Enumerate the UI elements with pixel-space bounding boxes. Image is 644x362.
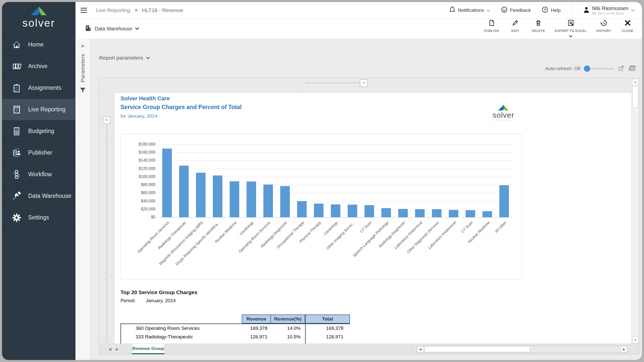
report-period-line: for January, 2024 xyxy=(120,113,631,120)
solver-logo-icon xyxy=(30,6,47,17)
x-axis-label: Other Diagnostic Services xyxy=(406,220,440,254)
popout-icon[interactable] xyxy=(618,65,625,72)
chart-gridline xyxy=(158,185,513,185)
sidebar-item-label: Budgeting xyxy=(28,128,54,134)
period-label: Period: xyxy=(120,298,136,304)
toolbar-button-label: EDIT xyxy=(511,29,519,33)
help-icon: ? xyxy=(542,7,548,14)
report-parameters-toggle[interactable]: Report parameters xyxy=(99,55,639,61)
expand-panel-icon[interactable]: » xyxy=(81,42,84,49)
scroll-down-button[interactable]: ▼ xyxy=(632,337,638,343)
settings-icon xyxy=(12,213,22,223)
auto-refresh-knob[interactable] xyxy=(584,66,590,72)
user-chevron-down-icon xyxy=(631,8,635,13)
workflow-icon xyxy=(12,169,22,179)
sidebar-item-settings[interactable]: Settings xyxy=(2,207,75,229)
sidebar-item-publisher[interactable]: Publisher xyxy=(2,142,75,164)
close-icon xyxy=(624,19,631,27)
bar-drugs-requiring-specific-identifica xyxy=(213,175,222,217)
sidebar-nav: HomeArchiveAssignmentsLive ReportingBudg… xyxy=(2,34,75,229)
app-window: solver HomeArchiveAssignmentsLive Report… xyxy=(2,2,642,360)
collapse-columns-button[interactable]: − xyxy=(360,79,368,87)
solver-logo: solver xyxy=(2,2,75,34)
vertical-scrollbar[interactable]: ▲ ▼ xyxy=(631,78,639,344)
table-row: 610 Magnetic Resonance Imaging (MRI)110,… xyxy=(120,341,350,344)
y-axis-tick-label: $160,000 xyxy=(121,150,155,155)
history-button[interactable]: HISTORY xyxy=(596,19,611,33)
breadcrumb-section[interactable]: Live Reporting xyxy=(96,7,130,13)
auto-refresh-label: Auto-refresh: Off xyxy=(545,66,580,71)
column-header-total: Total xyxy=(305,314,350,324)
toolbar-button-label: HISTORY xyxy=(596,29,611,33)
bar-cardiology xyxy=(247,182,256,217)
topbar-divider xyxy=(572,5,572,16)
prev-sheet-icon[interactable]: ◀ xyxy=(108,347,111,351)
sidebar-item-archive[interactable]: Archive xyxy=(2,56,75,77)
bar-nuclear-medicine xyxy=(482,211,492,217)
grid-view-icon[interactable] xyxy=(629,65,636,72)
user-menu[interactable]: Nils Rasmussen 05. Healthcare Demo xyxy=(583,6,635,15)
y-axis-tick-label: $180,000 xyxy=(121,142,155,147)
sidebar-item-live-reporting[interactable]: Live Reporting xyxy=(2,99,75,120)
smiley-icon xyxy=(501,7,507,14)
publisher-icon xyxy=(12,148,22,158)
sidebar-item-assignments[interactable]: Assignments xyxy=(2,77,75,99)
horizontal-scroll-thumb[interactable] xyxy=(424,346,530,352)
chart-gridline xyxy=(158,169,513,169)
cell-name: 360 Operating Room Services xyxy=(120,324,242,333)
report-parameters-label: Report parameters xyxy=(99,55,143,61)
chart-gridline xyxy=(158,152,513,153)
filter-funnel-icon[interactable] xyxy=(80,87,86,94)
export-to-excel-button[interactable]: EXPORT TO EXCEL xyxy=(555,19,586,38)
bar-radiology-diagnostic xyxy=(398,209,408,217)
help-button[interactable]: ? Help xyxy=(542,7,560,14)
cell-rev: 169,378 xyxy=(242,324,271,333)
horizontal-scrollbar[interactable]: ◀ ▶ xyxy=(417,346,628,353)
sidebar-item-home[interactable]: Home xyxy=(2,34,75,56)
sheet-tab-revenue-group[interactable]: Revenue Group xyxy=(132,344,165,354)
data-source-label: Data Warehouse xyxy=(95,26,132,32)
archive-icon xyxy=(12,61,22,71)
data-source-select[interactable]: Data Warehouse xyxy=(85,25,139,33)
splitter-handle-icon[interactable]: ⋮ xyxy=(411,346,414,348)
notifications-button[interactable]: Notifications xyxy=(449,6,490,14)
sidebar-item-data-warehouse[interactable]: Data Warehouse xyxy=(2,185,75,207)
delete-button[interactable]: DELETE xyxy=(532,19,545,33)
scroll-left-button[interactable]: ◀ xyxy=(417,346,424,352)
sidebar-item-budgeting[interactable]: Budgeting xyxy=(2,120,75,142)
collapse-rows-button[interactable]: − xyxy=(103,116,110,124)
next-sheet-icon[interactable]: ▶ xyxy=(116,347,119,351)
live-reporting-icon xyxy=(12,105,22,115)
scroll-right-button[interactable]: ▶ xyxy=(621,346,627,352)
bar-ct-scan xyxy=(365,205,374,217)
scroll-up-button[interactable]: ▲ xyxy=(632,79,638,85)
table-period-row: Period: January, 2024 xyxy=(120,298,631,304)
toolbar-actions: PUBLISHEDITDELETEEXPORT TO EXCELHISTORYC… xyxy=(484,19,634,38)
sheet-tab-nav: ◀ ▶ xyxy=(99,344,119,354)
bar-laboratory-anatomical xyxy=(415,209,425,217)
chart-gridline xyxy=(158,160,513,161)
close-button[interactable]: CLOSE xyxy=(621,19,634,33)
y-axis-tick-label: $20,000 xyxy=(121,207,155,211)
cell-name: 610 Magnetic Resonance Imaging (MRI) xyxy=(120,341,242,344)
parameters-panel: » Parameters xyxy=(75,39,90,360)
feedback-button[interactable]: Feedback xyxy=(501,7,531,14)
sidebar-item-workflow[interactable]: Workflow xyxy=(2,164,75,185)
auto-refresh-slider[interactable] xyxy=(584,68,614,70)
bar-nuclear-medicine xyxy=(230,181,239,217)
sidebar-item-label: Assignments xyxy=(28,84,61,91)
outline-group-line xyxy=(307,83,363,83)
cell-tot: 110,008 xyxy=(305,341,350,344)
bar-speech-language-pathology xyxy=(381,208,391,217)
svg-text:?: ? xyxy=(544,8,546,12)
x-axis-label: Speech-Language Pathology xyxy=(352,220,389,258)
report-viewer-body: − − Solver Health Care Service Group Cha… xyxy=(99,78,639,344)
cell-name: 333 Radiology-Therapeutic xyxy=(120,333,242,341)
auto-refresh-row: Auto-refresh: Off xyxy=(99,65,639,72)
report-canvas: Solver Health Care Service Group Charges… xyxy=(115,93,631,344)
publish-button[interactable]: PUBLISH xyxy=(484,19,499,33)
vertical-scroll-thumb[interactable] xyxy=(632,86,638,108)
bell-icon xyxy=(449,6,455,14)
edit-button[interactable]: EDIT xyxy=(508,19,522,33)
menu-toggle-icon[interactable] xyxy=(80,8,87,13)
